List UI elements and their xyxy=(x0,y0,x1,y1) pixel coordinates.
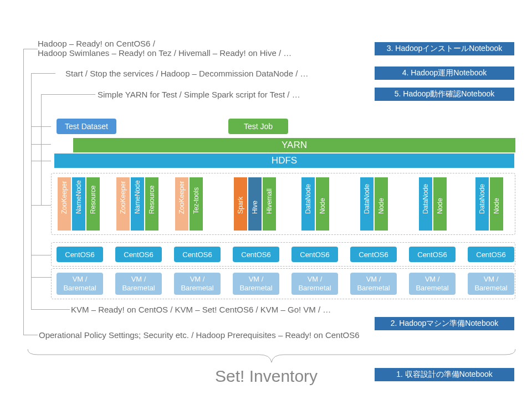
svc-14: Node Manager xyxy=(375,166,401,219)
svc-7: Tez-tools xyxy=(190,166,203,219)
svc-17: DataNode xyxy=(475,166,489,219)
os-4: CentOS6 xyxy=(233,247,279,262)
hw-8: VM /Baremetal xyxy=(468,273,514,295)
nb-machine: 2. Hadoopマシン準備Notebook xyxy=(375,317,514,330)
svc-12: Node Manager xyxy=(316,166,342,219)
hw-2: VM /Baremetal xyxy=(115,273,162,295)
bar-yarn: YARN xyxy=(73,138,515,152)
svc-2: Resource Manager xyxy=(86,166,113,219)
os-2: CentOS6 xyxy=(115,247,162,262)
install-caption: Hadoop – Ready! on CentOS6 / Hadoop Swim… xyxy=(38,39,291,58)
svc-8: Spark xyxy=(234,166,247,219)
policy-caption: Operational Policy Settings; Security et… xyxy=(39,330,360,340)
svc-15: DataNode xyxy=(419,166,432,219)
nb-inventory: 1. 収容設計の準備Notebook xyxy=(375,368,514,381)
bottom-brace xyxy=(27,348,516,365)
nb-ops: 4. Hadoop運用Notebook xyxy=(375,66,514,80)
hw-3: VM /Baremetal xyxy=(174,273,221,295)
hw-5: VM /Baremetal xyxy=(291,273,338,295)
svc-18: Node Manager xyxy=(490,166,516,219)
svc-6: ZooKeeper xyxy=(175,166,188,219)
hw-7: VM /Baremetal xyxy=(409,273,456,295)
test-caption: Simple YARN for Test / Simple Spark scri… xyxy=(98,90,300,99)
big-title: Set! Inventory xyxy=(215,367,318,386)
hw-4: VM /Baremetal xyxy=(233,273,279,295)
hw-6: VM /Baremetal xyxy=(350,273,397,295)
ops-caption: Start / Stop the services / Hadoop – Dec… xyxy=(65,69,309,78)
svc-3: ZooKeeper xyxy=(116,166,130,219)
chip-test-job: Test Job xyxy=(228,119,288,134)
svc-10: Hivemall xyxy=(263,166,276,219)
svc-1: NameNode xyxy=(72,166,85,219)
svc-5: Resource Manager xyxy=(145,166,172,219)
svc-9: Hive xyxy=(248,166,262,219)
os-7: CentOS6 xyxy=(409,247,456,262)
os-6: CentOS6 xyxy=(350,247,397,262)
os-3: CentOS6 xyxy=(174,247,221,262)
os-5: CentOS6 xyxy=(291,247,338,262)
os-1: CentOS6 xyxy=(57,247,103,262)
svc-13: DataNode xyxy=(360,166,374,219)
nb-test: 5. Hadoop動作確認Notebook xyxy=(375,88,514,101)
hw-1: VM /Baremetal xyxy=(57,273,103,295)
svc-0: ZooKeeper xyxy=(58,166,71,219)
svc-4: NameNode xyxy=(131,166,144,219)
os-8: CentOS6 xyxy=(468,247,514,262)
svc-11: DataNode xyxy=(301,166,315,219)
chip-test-dataset: Test Dataset xyxy=(57,119,116,134)
kvm-caption: KVM – Ready! on CentOS / KVM – Set! Cent… xyxy=(71,305,331,314)
svc-16: Node Manager xyxy=(433,166,460,219)
nb-install: 3. HadoopインストールNotebook xyxy=(375,42,514,55)
